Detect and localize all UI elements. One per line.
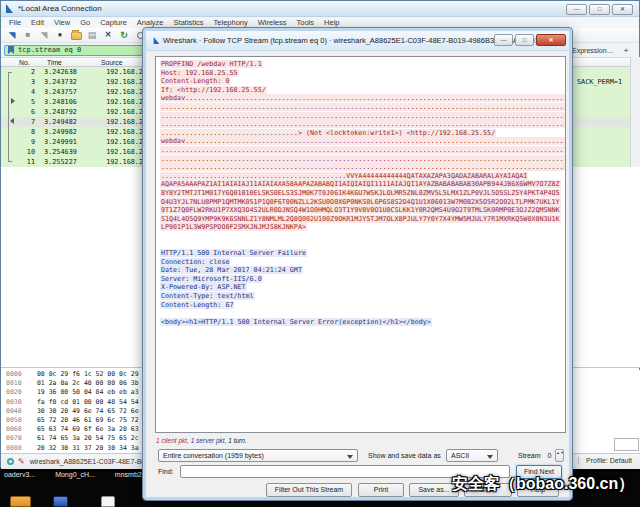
menu-item[interactable]: Wireless bbox=[253, 18, 292, 27]
menu-item[interactable]: Edit bbox=[26, 18, 49, 27]
packet-no: 3 bbox=[1, 77, 35, 87]
save-file-icon[interactable]: ▤ bbox=[86, 29, 98, 41]
stream-line: If: <http://192.168.25.55/ bbox=[160, 86, 565, 95]
open-file-icon[interactable] bbox=[70, 29, 82, 41]
stream-line: Content-Length: 0 bbox=[160, 77, 565, 86]
desktop-icon-label[interactable]: Mong0_cH... bbox=[55, 471, 95, 478]
maximize-button[interactable]: □ bbox=[589, 4, 610, 15]
hex-offset: 0000 bbox=[1, 370, 25, 379]
menu-item[interactable]: File bbox=[4, 18, 26, 27]
stream-line: ........................................… bbox=[160, 155, 565, 164]
main-title-bar[interactable]: *Local Area Connection — □ ✕ bbox=[1, 1, 639, 17]
column-no[interactable]: No. bbox=[19, 59, 30, 66]
stream-line: ........................................… bbox=[160, 172, 565, 181]
client-pkt-count: 1 client pkt, bbox=[156, 437, 191, 444]
packet-no: 9 bbox=[1, 137, 35, 147]
stream-line: webdav..................................… bbox=[160, 137, 565, 146]
dialog-minimize-button[interactable]: — bbox=[494, 34, 513, 46]
menu-item[interactable]: Help bbox=[319, 18, 344, 27]
dialog-title-bar[interactable]: Wireshark · Follow TCP Stream (tcp.strea… bbox=[146, 31, 569, 51]
filter-out-stream-button[interactable]: Filter Out This Stream bbox=[266, 483, 352, 497]
stream-line: ..................................> (Not… bbox=[160, 129, 565, 138]
turn-count: 1 turn. bbox=[228, 437, 246, 444]
find-label: Find: bbox=[158, 468, 174, 475]
stream-number: 0 bbox=[544, 450, 555, 462]
stop-capture-icon[interactable]: ■ bbox=[22, 29, 34, 41]
profile-label[interactable]: Profile: Default bbox=[578, 457, 632, 464]
expert-info-icon[interactable] bbox=[7, 458, 14, 465]
stream-line: 8Y8Y2TMTJT1M017Y6Q01010ELSKS0ELS3SJM0K7T… bbox=[160, 189, 565, 198]
minimize-button[interactable]: — bbox=[566, 4, 587, 15]
stream-line: ........................................… bbox=[160, 103, 565, 112]
menu-item[interactable]: View bbox=[49, 18, 75, 27]
stream-line: webdav..................................… bbox=[160, 94, 565, 103]
desktop-icon-label[interactable]: oaderv3... bbox=[4, 471, 35, 478]
stream-content[interactable]: PROPFIND /webdav HTTP/1.1Host: 192.168.2… bbox=[155, 56, 566, 433]
scrollbar-corner bbox=[614, 438, 639, 451]
bookmark-icon[interactable] bbox=[8, 46, 14, 54]
conversation-select[interactable]: Entire conversation (1959 bytes) bbox=[158, 449, 358, 462]
hex-bytes: 30 30 20 49 6e 74 65 72 6e bbox=[29, 407, 139, 415]
hex-offset: 0050 bbox=[1, 416, 25, 425]
server-pkt-count: 1 server pkt, bbox=[191, 437, 229, 444]
desktop-document-icon[interactable] bbox=[101, 496, 115, 507]
menu-bar: FileEditViewGoCaptureAnalyzeStatisticsTe… bbox=[1, 17, 639, 28]
packet-no: 8 bbox=[1, 127, 35, 137]
print-button[interactable]: Print bbox=[358, 483, 404, 497]
stream-line: Host: 192.168.25.55 bbox=[160, 69, 565, 78]
packet-no: 2 bbox=[1, 67, 35, 77]
column-time[interactable]: Time bbox=[47, 59, 62, 66]
dialog-close-button[interactable]: ✕ bbox=[536, 34, 566, 46]
capture-comment-icon[interactable]: ✎ bbox=[18, 457, 25, 466]
packet-no: 10 bbox=[1, 147, 35, 157]
hex-bytes: 01 2a 0a 2c 40 00 80 06 3b bbox=[29, 379, 139, 387]
hex-offset: 0030 bbox=[1, 398, 25, 407]
response-arrow-icon bbox=[10, 118, 14, 124]
packet-list-scrollbar[interactable] bbox=[630, 57, 640, 167]
menu-item[interactable]: Capture bbox=[95, 18, 132, 27]
hex-offset: 0070 bbox=[1, 434, 25, 443]
packet-no: 11 bbox=[1, 157, 35, 167]
expression-button[interactable]: Expression… bbox=[572, 47, 614, 54]
desktop-app-icon[interactable] bbox=[53, 496, 68, 507]
packet-no: 4 bbox=[1, 87, 35, 97]
hex-offset: 0010 bbox=[1, 379, 25, 388]
dialog-maximize-button[interactable]: □ bbox=[515, 34, 534, 46]
hex-bytes: 19 36 00 50 04 84 eb eb a3 bbox=[29, 388, 139, 396]
packet-time: 3.243732 bbox=[39, 77, 95, 87]
start-capture-icon[interactable]: ◥ bbox=[6, 29, 18, 41]
desktop-folder-icon[interactable] bbox=[10, 496, 31, 507]
stream-line: S1Q4L4O5Q9YMP9K9K6SNNLZ1Y8NMLML2Q8Q002U1… bbox=[160, 215, 565, 224]
capture-options-icon[interactable]: ● bbox=[54, 29, 66, 41]
menu-item[interactable]: Go bbox=[75, 18, 95, 27]
info-fragment: SACK_PERM=1 bbox=[577, 78, 622, 86]
hex-offset: 0060 bbox=[1, 425, 25, 434]
stream-line bbox=[160, 240, 565, 249]
follow-tcp-stream-dialog: Wireshark · Follow TCP Stream (tcp.strea… bbox=[143, 28, 572, 500]
stream-line: PROPFIND /webdav HTTP/1.1 bbox=[160, 60, 565, 69]
stream-line: Content-Length: 67 bbox=[160, 301, 565, 310]
stream-line: 9T1Z7Q0FLW2RKU1P7XXQ3O4S2ULR0DJNSQ4W1O0H… bbox=[160, 206, 565, 215]
restart-capture-icon[interactable]: ◥ bbox=[38, 29, 50, 41]
add-filter-button[interactable]: + bbox=[624, 46, 629, 55]
stream-line: Content-Type: text/html bbox=[160, 292, 565, 301]
menu-item[interactable]: Analyze bbox=[132, 18, 169, 27]
filter-text: tcp.stream eq 0 bbox=[18, 46, 81, 54]
menu-item[interactable]: Telephony bbox=[209, 18, 253, 27]
stream-line: X-Powered-By: ASP.NET bbox=[160, 283, 565, 292]
stream-spinner[interactable]: ▲▼ bbox=[555, 449, 564, 462]
column-source[interactable]: Source bbox=[101, 59, 123, 66]
show-as-select[interactable]: ASCII bbox=[446, 449, 498, 462]
close-file-icon[interactable]: ✕ bbox=[102, 29, 114, 41]
hex-bytes: 65 63 74 69 6f 6e 3a 20 63 bbox=[29, 425, 139, 433]
packet-time: 3.249482 bbox=[39, 117, 95, 127]
hex-bytes: 20 32 30 31 37 20 30 34 3a bbox=[29, 444, 139, 452]
menu-item[interactable]: Tools bbox=[292, 18, 320, 27]
stream-label: Stream bbox=[518, 452, 541, 459]
packet-time: 3.248792 bbox=[39, 107, 95, 117]
wireshark-fin-icon bbox=[6, 4, 13, 13]
close-button[interactable]: ✕ bbox=[612, 4, 633, 15]
reload-icon[interactable]: ↻ bbox=[118, 29, 130, 41]
menu-item[interactable]: Statistics bbox=[169, 18, 209, 27]
stream-line: Connection: close bbox=[160, 258, 565, 267]
